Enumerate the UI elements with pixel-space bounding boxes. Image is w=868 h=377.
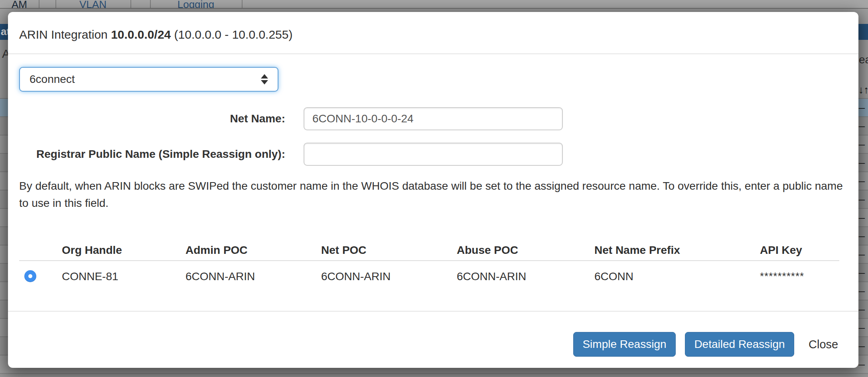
close-button[interactable]: Close — [804, 332, 843, 357]
org-row-radio-selected[interactable] — [24, 270, 36, 282]
column-api-key: API Key — [760, 244, 802, 257]
cell-admin-poc: 6CONN-ARIN — [185, 270, 255, 283]
net-name-input[interactable] — [304, 107, 563, 130]
title-subnet: 10.0.0.0/24 — [111, 28, 171, 41]
tab-separator — [150, 0, 151, 9]
tab-separator — [242, 0, 243, 9]
column-admin-poc: Admin POC — [185, 244, 248, 257]
tab-separator — [39, 0, 39, 9]
integration-select-value: 6connect — [30, 73, 261, 86]
column-abuse-poc: Abuse POC — [457, 244, 518, 257]
column-net-name-prefix: Net Name Prefix — [594, 244, 680, 257]
tab-ipam[interactable]: AM — [0, 0, 39, 9]
select-stepper-icon — [261, 74, 268, 84]
background-tab-bar: AM VLAN Logging — [0, 0, 868, 9]
tab-logging[interactable]: Logging — [150, 0, 242, 9]
column-org-handle: Org Handle — [62, 244, 122, 257]
table-divider — [19, 260, 839, 261]
cell-abuse-poc: 6CONN-ARIN — [457, 270, 526, 283]
arin-integration-modal: ARIN Integration 10.0.0.0/24 (10.0.0.0 -… — [8, 12, 858, 368]
swip-description: By default, when ARIN blocks are SWIPed … — [19, 177, 847, 212]
tab-separator — [130, 0, 131, 9]
tab-vlan[interactable]: VLAN — [55, 0, 130, 9]
background-heading-fragment: ea — [859, 53, 868, 66]
modal-header: ARIN Integration 10.0.0.0/24 (10.0.0.0 -… — [8, 12, 858, 54]
simple-reassign-button[interactable]: Simple Reassign — [573, 332, 676, 357]
registrar-public-name-label: Registrar Public Name (Simple Reassign o… — [19, 143, 285, 166]
sort-arrows-icon: ↓↑ — [858, 84, 868, 96]
integration-select[interactable]: 6connect — [19, 67, 278, 92]
tab-separator — [55, 0, 56, 9]
background-table-row: – — [0, 373, 868, 377]
modal-title: ARIN Integration 10.0.0.0/24 (10.0.0.0 -… — [19, 28, 292, 41]
title-prefix: ARIN Integration — [19, 28, 111, 41]
column-net-poc: Net POC — [321, 244, 367, 257]
footer-divider — [8, 311, 858, 312]
cell-org-handle: CONNE-81 — [62, 270, 118, 283]
registrar-public-name-input[interactable] — [304, 143, 563, 166]
title-range: (10.0.0.0 - 10.0.0.255) — [171, 28, 292, 41]
detailed-reassign-button[interactable]: Detailed Reassign — [685, 332, 794, 357]
cell-net-name-prefix: 6CONN — [594, 270, 633, 283]
cell-net-poc: 6CONN-ARIN — [321, 270, 391, 283]
cell-api-key-masked: ********** — [760, 270, 804, 283]
net-name-label: Net Name: — [19, 107, 285, 130]
